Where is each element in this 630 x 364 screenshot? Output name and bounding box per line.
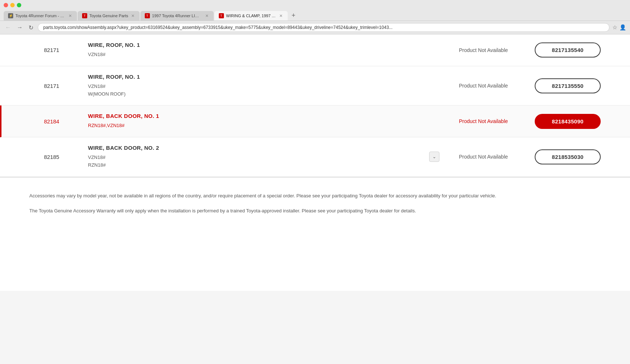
forward-button[interactable]: → (15, 23, 24, 31)
part-row-82184: 82184 WIRE, BACK DOOR, NO. 1 RZN18#,VZN1… (0, 105, 630, 137)
availability-status-2: Product Not Available (459, 83, 508, 89)
part-sub-vzn18-2: VZN18# W(MOON ROOF) (88, 83, 447, 98)
address-input[interactable] (38, 23, 609, 32)
part-sub-vzn18-1: VZN18# (88, 51, 447, 59)
tab-wiring-clamp[interactable]: T WIRING & CLAMP, 1997 Toyota... ✕ (214, 11, 288, 21)
part-name-wire-back-door-2: WIRE, BACK DOOR, NO. 2 (88, 145, 429, 151)
traffic-lights (4, 3, 626, 7)
tab-wiring-clamp-close[interactable]: ✕ (279, 14, 283, 18)
tab-genuine-parts-title: Toyota Genuine Parts (89, 14, 128, 18)
footer-line2: The Toyota Genuine Accessory Warranty wi… (29, 207, 601, 215)
part-btn-8218535030[interactable]: 8218535030 (535, 149, 601, 164)
tab-genuine-parts[interactable]: T Toyota Genuine Parts ✕ (78, 11, 140, 21)
traffic-light-yellow[interactable] (10, 3, 15, 7)
part-name-wire-roof-1: WIRE, ROOF, NO. 1 (88, 42, 447, 48)
part-name-wire-roof-2: WIRE, ROOF, NO. 1 (88, 74, 447, 80)
browser-chrome: ⚡ Toyota 4Runner Forum - Large... ✕ T To… (0, 0, 630, 21)
address-bar: ← → ↻ ☆ 👤 (0, 21, 630, 34)
tabs-bar: ⚡ Toyota 4Runner Forum - Large... ✕ T To… (4, 10, 626, 21)
tab-genuine-parts-close[interactable]: ✕ (130, 14, 135, 18)
part-row-82171-2: 82171 WIRE, ROOF, NO. 1 VZN18# W(MOON RO… (0, 66, 630, 106)
expand-icon[interactable]: ⌄ (429, 152, 439, 162)
availability-status-4: Product Not Available (459, 154, 508, 160)
profile-icon[interactable]: 👤 (619, 24, 626, 31)
refresh-button[interactable]: ↻ (27, 23, 35, 32)
part-btn-8218435090[interactable]: 8218435090 (535, 114, 601, 129)
part-name-wire-back-door-1: WIRE, BACK DOOR, NO. 1 (88, 113, 447, 119)
traffic-light-red[interactable] (4, 3, 8, 7)
tab-4runner-limited-title: 1997 Toyota 4Runner LIMITED (152, 14, 202, 18)
part-row-82171-1: 82171 WIRE, ROOF, NO. 1 VZN18# Product N… (0, 34, 630, 66)
tab-toyota-forum-close[interactable]: ✕ (68, 14, 73, 18)
part-number-82185: 82185 (44, 154, 59, 160)
bookmark-icon[interactable]: ☆ (612, 24, 617, 31)
part-row-82185: 82185 WIRE, BACK DOOR, NO. 2 VZN18# RZN1… (0, 137, 630, 177)
part-number-82171-2: 82171 (44, 83, 59, 89)
traffic-light-green[interactable] (17, 3, 21, 7)
part-sub-rzn18-vzn18: RZN18#,VZN18# (88, 122, 447, 130)
back-button[interactable]: ← (4, 23, 12, 31)
address-icons: ☆ 👤 (612, 24, 626, 31)
tab-4runner-limited-close[interactable]: ✕ (205, 14, 209, 18)
new-tab-button[interactable]: + (288, 10, 299, 21)
page-content: 82171 WIRE, ROOF, NO. 1 VZN18# Product N… (0, 34, 630, 291)
part-number-82171-1: 82171 (44, 47, 59, 53)
part-btn-8217135540[interactable]: 8217135540 (535, 42, 601, 57)
tab-4runner-limited[interactable]: T 1997 Toyota 4Runner LIMITED ✕ (140, 11, 214, 21)
footer: Accessories may vary by model year, not … (0, 177, 630, 237)
part-sub-vzn18-rzn18: VZN18# RZN18# (88, 154, 429, 169)
availability-status-1: Product Not Available (459, 47, 508, 53)
tab-toyota-forum[interactable]: ⚡ Toyota 4Runner Forum - Large... ✕ (4, 11, 77, 21)
footer-line1: Accessories may vary by model year, not … (29, 192, 601, 200)
tab-wiring-clamp-title: WIRING & CLAMP, 1997 Toyota... (226, 14, 276, 18)
parts-table: 82171 WIRE, ROOF, NO. 1 VZN18# Product N… (0, 34, 630, 177)
tab-toyota-forum-title: Toyota 4Runner Forum - Large... (15, 14, 66, 18)
part-number-82184: 82184 (44, 118, 59, 125)
availability-status-3: Product Not Available (459, 118, 508, 124)
part-btn-8217135550[interactable]: 8217135550 (535, 78, 601, 93)
